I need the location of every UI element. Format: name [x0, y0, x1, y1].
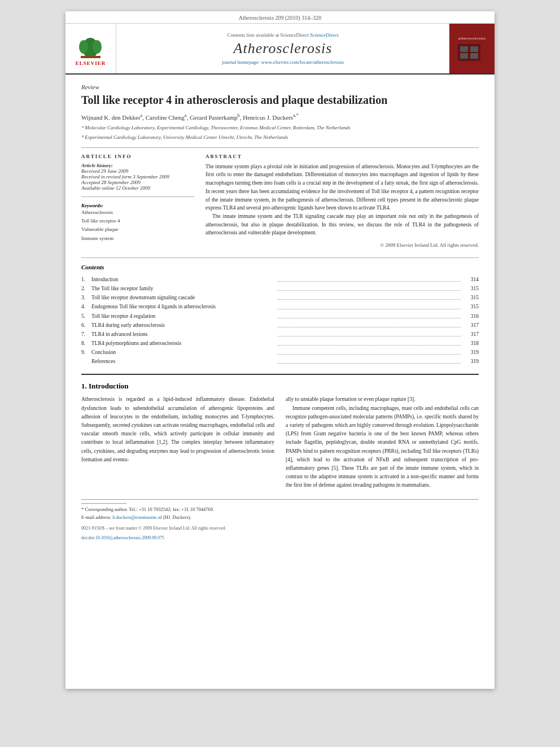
issn: 0021-9150/$ – see front matter © 2009 El…: [81, 526, 479, 531]
toc-item: 5. Toll like receptor 4 regulation 316: [81, 312, 479, 321]
footnotes: * Corresponding author. Tel.: +31 10 703…: [81, 499, 479, 541]
svg-rect-8: [470, 53, 478, 59]
toc-num: 8.: [81, 339, 91, 348]
corresponding-author: * Corresponding author. Tel.: +31 10 703…: [81, 506, 479, 513]
toc-title: Toll like receptor downstream signaling …: [91, 293, 275, 302]
svg-point-2: [79, 40, 88, 54]
journal-homepage: journal homepage: www.elsevier.com/locat…: [222, 59, 344, 65]
toc-dots: [277, 312, 461, 318]
introduction-body: Atherosclerosis is regarded as a lipid-i…: [81, 395, 479, 490]
toc-title: References: [91, 357, 275, 366]
toc-dots: [277, 330, 461, 337]
journal-title: Atherosclerosis: [234, 40, 333, 57]
toc-page: 316: [463, 312, 479, 321]
toc-dots: [277, 284, 461, 291]
abstract-title: ABSTRACT: [205, 154, 479, 159]
toc-dots: [277, 302, 461, 309]
article-content: Review Toll like receptor 4 in atheroscl…: [65, 75, 495, 552]
keywords-section: Keywords: Atherosclerosis Toll like rece…: [81, 203, 194, 243]
toc-page: 317: [463, 321, 479, 330]
toc-num: 3.: [81, 293, 91, 302]
journal-icon: [458, 44, 480, 61]
toc-num: 6.: [81, 321, 91, 330]
toc-dots: [277, 321, 461, 327]
article-info-column: ARTICLE INFO Article history: Received 2…: [81, 154, 194, 250]
toc-item: 9. Conclusion 319: [81, 348, 479, 357]
elsevier-logo-section: ELSEVIER: [65, 24, 116, 73]
svg-rect-6: [470, 46, 478, 52]
toc-title: TLR4 in advanced lesions: [91, 330, 275, 339]
keywords-list: Atherosclerosis Toll like receptor 4 Vul…: [81, 208, 194, 243]
toc-page: 319: [463, 357, 479, 366]
journal-header: ELSEVIER Contents lists available at Sci…: [65, 24, 495, 75]
toc-title: Introduction: [91, 275, 275, 284]
page: Atherosclerosis 209 (2010) 314–320 ELSEV…: [65, 11, 495, 689]
toc-dots: [277, 348, 461, 355]
toc-num: [81, 357, 91, 366]
intro-col1: Atherosclerosis is regarded as a lipid-i…: [81, 395, 274, 490]
toc-num: 9.: [81, 348, 91, 357]
email-address: E-mail address: h.duckers@erasmusmc.nl (…: [81, 514, 479, 521]
toc-num: 4.: [81, 302, 91, 311]
toc-page: 319: [463, 348, 479, 357]
toc-page: 314: [463, 275, 479, 284]
toc-item: 1. Introduction 314: [81, 275, 479, 284]
toc-item: References 319: [81, 357, 479, 366]
footnote-divider: [81, 503, 126, 504]
toc-page: 318: [463, 339, 479, 348]
toc-page: 315: [463, 293, 479, 302]
svg-point-3: [93, 40, 102, 54]
svg-rect-4: [81, 56, 100, 58]
toc-dots: [277, 339, 461, 346]
toc-num: 2.: [81, 284, 91, 293]
contents-section: Contents 1. Introduction 314 2. The Toll…: [81, 257, 479, 366]
sciencedirect-text: Contents lists available at ScienceDirec…: [227, 32, 339, 38]
toc-dots: [277, 293, 461, 300]
toc-dots: [277, 357, 461, 364]
toc-num: 7.: [81, 330, 91, 339]
intro-col2: ally to unstable plaque formation or eve…: [286, 395, 479, 490]
article-history: Article history: Received 29 June 2009 R…: [81, 163, 194, 191]
toc-title: TLR4 during early atherosclerosis: [91, 321, 275, 330]
authors: Wijnand K. den Dekkera, Caroline Chenga,…: [81, 113, 479, 121]
toc-item: 7. TLR4 in advanced lesions 317: [81, 330, 479, 339]
journal-logo-right: atherosclerosis: [449, 24, 495, 73]
svg-rect-7: [460, 53, 468, 59]
journal-reference: Atherosclerosis 209 (2010) 314–320: [65, 11, 495, 24]
introduction-section: 1. Introduction Atherosclerosis is regar…: [81, 374, 479, 490]
toc-page: 317: [463, 330, 479, 339]
toc-title: The Toll like receptor family: [91, 284, 275, 293]
toc-item: 2. The Toll like receptor family 315: [81, 284, 479, 293]
toc-page: 315: [463, 284, 479, 293]
svg-rect-5: [460, 46, 468, 52]
toc-item: 8. TLR4 polymorphisms and atherosclerosi…: [81, 339, 479, 348]
elsevier-tree-icon: [75, 31, 106, 59]
copyright: © 2009 Elsevier Ireland Ltd. All rights …: [205, 242, 479, 250]
abstract-column: ABSTRACT The immune system plays a pivot…: [205, 154, 479, 250]
affiliation-a: ᵃ Molecular Cardiology Laboratory, Exper…: [81, 124, 479, 132]
affiliation-b: ᵇ Experimental Cardiology Laboratory, Un…: [81, 134, 479, 142]
article-info-abstract: ARTICLE INFO Article history: Received 2…: [81, 154, 479, 250]
abstract-text: The immune system plays a pivotal role i…: [205, 163, 479, 250]
toc-title: Conclusion: [91, 348, 275, 357]
contents-title: Contents: [81, 264, 479, 270]
toc-num: 5.: [81, 312, 91, 321]
article-title: Toll like receptor 4 in atherosclerosis …: [81, 93, 479, 107]
elsevier-label: ELSEVIER: [76, 60, 106, 66]
toc-item: 6. TLR4 during early atherosclerosis 317: [81, 321, 479, 330]
intro-heading: 1. Introduction: [81, 382, 479, 391]
toc-dots: [277, 275, 461, 282]
toc-title: Endogenous Toll like receptor 4 ligands …: [91, 302, 275, 311]
toc-item: 4. Endogenous Toll like receptor 4 ligan…: [81, 302, 479, 311]
toc-title: Toll like receptor 4 regulation: [91, 312, 275, 321]
toc-list: 1. Introduction 314 2. The Toll like rec…: [81, 275, 479, 366]
journal-title-section: Contents lists available at ScienceDirec…: [116, 24, 449, 73]
toc-item: 3. Toll like receptor downstream signali…: [81, 293, 479, 302]
toc-num: 1.: [81, 275, 91, 284]
toc-page: 315: [463, 302, 479, 311]
toc-title: TLR4 polymorphisms and atherosclerosis: [91, 339, 275, 348]
doi: doi:doi:10.1016/j.atherosclerosis.2009.0…: [81, 535, 479, 540]
section-label: Review: [81, 84, 479, 90]
article-info-title: ARTICLE INFO: [81, 154, 194, 159]
